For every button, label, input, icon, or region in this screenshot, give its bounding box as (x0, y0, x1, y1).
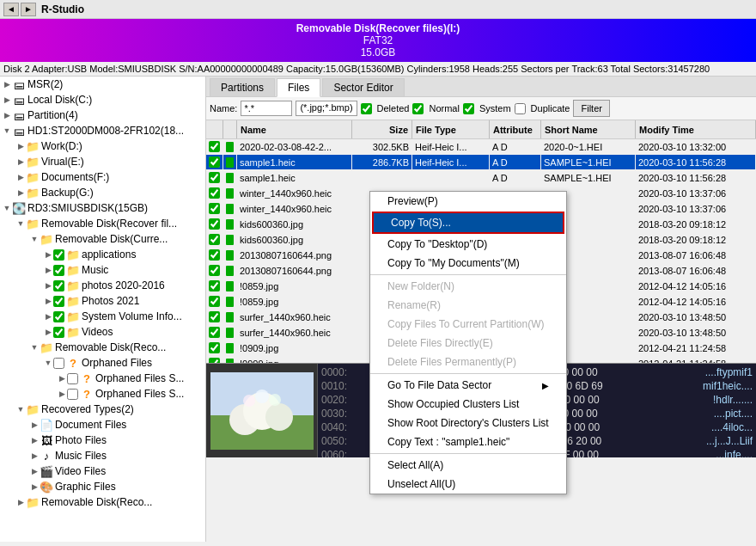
tree-toggle[interactable]: ▶ (29, 482, 40, 492)
tree-item[interactable]: ▼🖴HD1:ST2000DM008-2FR102(18... (0, 123, 205, 138)
tree-toggle[interactable]: ▶ (2, 79, 12, 89)
file-checkbox[interactable] (209, 249, 220, 261)
tree-item[interactable]: ▼📁Removable Disk(Recover fil... (0, 216, 205, 231)
tree-toggle[interactable]: ▶ (29, 451, 40, 461)
tree-item[interactable]: ▶📁System Volume Info... (0, 309, 205, 324)
tree-item[interactable]: ▼📁Removable Disk(Curre... (0, 231, 205, 247)
tree-toggle[interactable]: ▶ (15, 156, 26, 167)
system-checkbox[interactable] (463, 103, 474, 114)
tree-toggle[interactable]: ▼ (15, 218, 26, 229)
tree-checkbox[interactable] (67, 373, 78, 384)
tree-item[interactable]: ▶🖴Local Disk(C:) (0, 92, 205, 107)
tree-item[interactable]: ▶📁Removable Disk(Reco... (0, 494, 205, 510)
tree-toggle[interactable]: ▼ (43, 358, 53, 368)
tree-checkbox[interactable] (53, 249, 64, 261)
file-checkbox[interactable] (209, 327, 220, 338)
tree-item[interactable]: ▶🖴MSR(2) (0, 77, 205, 92)
file-row[interactable]: 2020-02-03-08-42-2... 302.5KB Heif-Heic … (206, 139, 756, 155)
tree-toggle[interactable]: ▶ (57, 373, 67, 383)
tree-checkbox[interactable] (53, 327, 64, 338)
tree-item[interactable]: ▶📄Document Files (0, 417, 205, 433)
tree-toggle[interactable]: ▶ (2, 110, 12, 120)
filter-button[interactable]: Filter (573, 100, 609, 117)
tree-toggle[interactable]: ▶ (29, 435, 40, 445)
tree-item[interactable]: ▼📁Removable Disk(Reco... (0, 340, 205, 355)
back-button[interactable]: ◄ (3, 3, 19, 16)
tree-item[interactable]: ▼💽RD3:SMIUSBDISK(15GB) (0, 200, 205, 216)
tree-toggle[interactable]: ▶ (15, 187, 26, 198)
tree-toggle[interactable]: ▼ (2, 126, 12, 136)
tree-toggle[interactable]: ▶ (29, 420, 40, 430)
normal-checkbox[interactable] (412, 103, 424, 114)
tab-partitions[interactable]: Partitions (210, 78, 275, 96)
context-menu-item[interactable]: Show Root Directory's Clusters List (370, 414, 566, 433)
context-menu-item[interactable]: Preview(P) (370, 192, 566, 211)
context-menu-item[interactable]: Copy To "My Documents"(M) (370, 254, 566, 273)
tree-checkbox[interactable] (53, 311, 64, 322)
tree-toggle[interactable]: ▼ (2, 203, 12, 213)
file-checkbox[interactable] (209, 311, 220, 322)
col-header-attribute[interactable]: Attribute (490, 120, 541, 138)
col-header-name[interactable]: Name (237, 120, 352, 138)
tree-item[interactable]: ▶📁Music (0, 262, 205, 278)
tree-toggle[interactable]: ▶ (29, 466, 40, 476)
tree-item[interactable]: ▶?Orphaned Files S... (0, 386, 205, 402)
col-header-indicator[interactable] (223, 120, 237, 138)
file-checkbox[interactable] (209, 280, 220, 291)
tree-toggle[interactable]: ▼ (15, 404, 26, 414)
file-row[interactable]: sample1.heic A D SAMPLE~1.HEI 2020-03-10… (206, 170, 756, 186)
tree-item[interactable]: ▼?Orphaned Files (0, 355, 205, 371)
file-checkbox[interactable] (209, 265, 220, 276)
tree-checkbox[interactable] (67, 389, 78, 400)
tree-item[interactable]: ▶♪Music Files (0, 448, 205, 463)
col-header-modify[interactable]: Modify Time (636, 120, 756, 138)
tree-item[interactable]: ▶📁Work(D:) (0, 138, 205, 154)
col-header-filetype[interactable]: File Type (412, 120, 490, 138)
tree-toggle[interactable]: ▶ (43, 265, 53, 275)
context-menu-item[interactable]: Select All(A) (370, 456, 566, 475)
file-checkbox[interactable] (209, 234, 220, 245)
tree-toggle[interactable]: ▶ (15, 172, 26, 182)
tab-files[interactable]: Files (277, 78, 320, 97)
tree-checkbox[interactable] (53, 280, 64, 291)
tree-toggle[interactable]: ▶ (43, 311, 53, 322)
tab-sector-editor[interactable]: Sector Editor (322, 78, 404, 96)
col-header-check[interactable] (206, 120, 223, 138)
tree-toggle[interactable]: ▶ (43, 296, 53, 306)
col-header-size[interactable]: Size (352, 120, 412, 138)
tree-item[interactable]: ▶📁Videos (0, 324, 205, 340)
tree-toggle[interactable]: ▶ (15, 141, 26, 151)
context-menu-item[interactable]: Unselect All(U) (370, 475, 566, 494)
context-menu-item[interactable]: Copy To "Desktop"(D) (370, 235, 566, 254)
deleted-checkbox[interactable] (361, 103, 372, 114)
col-header-shortname[interactable]: Short Name (541, 120, 636, 138)
tree-item[interactable]: ▼📁Recovered Types(2) (0, 402, 205, 417)
file-checkbox[interactable] (209, 156, 220, 168)
file-checkbox[interactable] (209, 342, 220, 353)
context-menu-item[interactable]: Go To File Data Sector▶ (370, 376, 566, 395)
context-menu-item[interactable]: Show Occupied Clusters List (370, 395, 566, 414)
tree-checkbox[interactable] (53, 296, 64, 307)
file-checkbox[interactable] (209, 296, 220, 307)
tree-item[interactable]: ▶🎬Video Files (0, 463, 205, 479)
name-input[interactable] (241, 101, 292, 116)
tree-toggle[interactable]: ▶ (57, 389, 67, 399)
tree-toggle[interactable]: ▶ (2, 95, 12, 105)
file-checkbox[interactable] (209, 203, 220, 214)
forward-button[interactable]: ► (21, 3, 36, 16)
file-checkbox[interactable] (209, 172, 220, 183)
tree-item[interactable]: ▶📁Backup(G:) (0, 185, 205, 200)
tree-item[interactable]: ▶🎨Graphic Files (0, 479, 205, 494)
file-row[interactable]: sample1.heic 286.7KB Heif-Heic I... A D … (206, 155, 756, 170)
tree-toggle[interactable]: ▼ (29, 234, 40, 244)
tree-toggle[interactable]: ▶ (15, 497, 26, 507)
tree-checkbox[interactable] (53, 265, 64, 276)
tree-item[interactable]: ▶📁photos 2020-2016 (0, 278, 205, 293)
tree-item[interactable]: ▶🖴Partition(4) (0, 107, 205, 123)
tree-toggle[interactable]: ▶ (43, 280, 53, 291)
context-menu-item[interactable]: Copy Text : "sample1.heic" (370, 433, 566, 451)
tree-item[interactable]: ▶🖼Photo Files (0, 433, 205, 448)
tree-item[interactable]: ▶📁applications (0, 247, 205, 262)
tree-toggle[interactable]: ▶ (43, 327, 53, 337)
file-checkbox[interactable] (209, 218, 220, 230)
